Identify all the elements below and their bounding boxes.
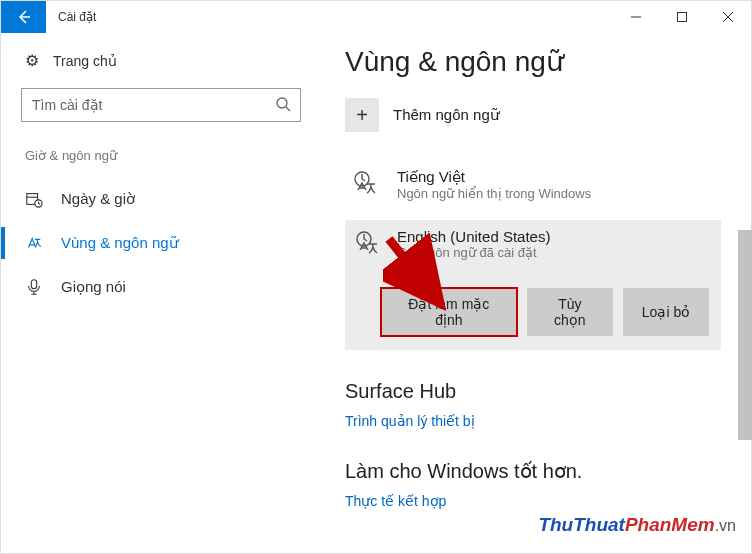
search-input[interactable] xyxy=(21,88,301,122)
scrollbar-thumb[interactable] xyxy=(738,230,752,440)
language-item-vietnamese[interactable]: Tiếng Việt Ngôn ngữ hiển thị trong Windo… xyxy=(345,160,721,210)
microphone-icon xyxy=(25,278,43,296)
sidebar-item-region-language[interactable]: Vùng & ngôn ngữ xyxy=(21,221,301,265)
sidebar-item-label: Giọng nói xyxy=(61,278,126,296)
device-manager-link[interactable]: Trình quản lý thiết bị xyxy=(345,413,721,429)
home-label: Trang chủ xyxy=(53,53,117,69)
language-desc: Ngôn ngữ hiển thị trong Windows xyxy=(397,186,591,201)
window-controls xyxy=(613,1,751,33)
titlebar: Cài đặt xyxy=(1,1,751,33)
svg-point-1 xyxy=(277,98,287,108)
remove-button[interactable]: Loại bỏ xyxy=(623,288,709,336)
sidebar-item-date-time[interactable]: Ngày & giờ xyxy=(21,177,301,221)
language-name: English (United States) xyxy=(397,228,550,245)
settings-window: Cài đặt ⚙ Trang chủ xyxy=(0,0,752,554)
improve-windows-heading: Làm cho Windows tốt hơn. xyxy=(345,459,721,483)
minimize-button[interactable] xyxy=(613,1,659,33)
svg-rect-4 xyxy=(31,280,36,289)
add-language-label: Thêm ngôn ngữ xyxy=(393,106,500,124)
sidebar-item-speech[interactable]: Giọng nói xyxy=(21,265,301,309)
plus-icon: + xyxy=(345,98,379,132)
language-a-icon xyxy=(25,234,43,252)
options-button[interactable]: Tùy chọn xyxy=(527,288,613,336)
back-button[interactable] xyxy=(1,1,46,33)
language-glyph-icon xyxy=(349,168,383,202)
language-action-buttons: Đặt làm mặc định Tùy chọn Loại bỏ xyxy=(381,288,709,336)
language-text: English (United States) Gói ngôn ngữ đã … xyxy=(397,228,550,262)
surface-hub-heading: Surface Hub xyxy=(345,380,721,403)
gear-icon: ⚙ xyxy=(25,51,39,70)
close-button[interactable] xyxy=(705,1,751,33)
home-button[interactable]: ⚙ Trang chủ xyxy=(21,51,301,70)
content-area: ⚙ Trang chủ Giờ & ngôn ngữ xyxy=(1,33,751,553)
sidebar: ⚙ Trang chủ Giờ & ngôn ngữ xyxy=(1,33,321,553)
add-language-button[interactable]: + Thêm ngôn ngữ xyxy=(345,98,721,132)
sidebar-item-label: Ngày & giờ xyxy=(61,190,135,208)
main-panel: Vùng & ngôn ngữ + Thêm ngôn ngữ Tiếng Vi… xyxy=(321,33,751,553)
language-text: Tiếng Việt Ngôn ngữ hiển thị trong Windo… xyxy=(397,168,591,202)
search-icon xyxy=(275,96,291,116)
section-label: Giờ & ngôn ngữ xyxy=(21,148,301,163)
language-desc: Gói ngôn ngữ đã cài đặt xyxy=(397,245,550,260)
page-title: Vùng & ngôn ngữ xyxy=(345,45,721,78)
window-title: Cài đặt xyxy=(46,1,613,33)
language-item-english-selected[interactable]: English (United States) Gói ngôn ngữ đã … xyxy=(345,220,721,350)
set-default-button[interactable]: Đặt làm mặc định xyxy=(381,288,517,336)
mixed-reality-link[interactable]: Thực tế kết hợp xyxy=(345,493,721,509)
language-name: Tiếng Việt xyxy=(397,168,591,186)
search-wrap xyxy=(21,88,301,122)
maximize-button[interactable] xyxy=(659,1,705,33)
calendar-clock-icon xyxy=(25,190,43,208)
svg-rect-0 xyxy=(678,13,687,22)
language-glyph-icon xyxy=(351,228,385,262)
sidebar-item-label: Vùng & ngôn ngữ xyxy=(61,234,179,252)
